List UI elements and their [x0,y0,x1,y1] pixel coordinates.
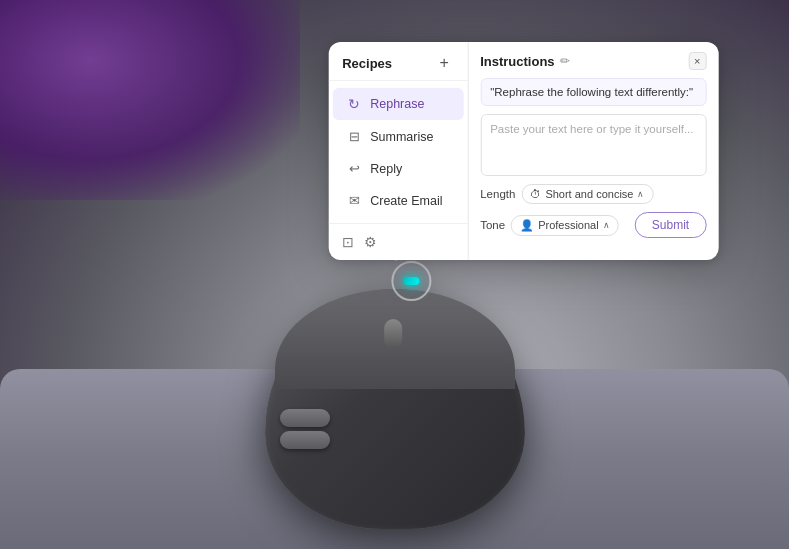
edit-icon[interactable]: ✏ [560,54,570,68]
purple-gradient [0,0,300,200]
mouse-side-buttons [280,409,330,449]
tone-label: Tone [480,219,505,231]
side-button-1 [280,409,330,427]
instruction-quote: "Rephrase the following text differently… [480,78,706,106]
led-dot [403,277,419,285]
gear-icon[interactable]: ⚙ [364,234,377,250]
reply-label: Reply [370,162,402,176]
mouse-top [275,289,515,389]
recipe-item-create-email[interactable]: ✉ Create Email [332,185,463,216]
add-recipe-button[interactable]: + [435,54,453,72]
recipes-header: Recipes + [328,42,467,81]
monitor-icon[interactable]: ⊡ [342,234,354,250]
tone-icon: 👤 [520,219,534,232]
mouse-body [265,289,525,529]
recipes-title: Recipes [342,56,392,71]
length-badge[interactable]: ⏱ Short and concise ∧ [521,184,653,204]
led-circle [391,261,431,301]
bottom-row: Tone 👤 Professional ∧ Submit [480,212,706,238]
close-button[interactable]: × [688,52,706,70]
recipes-footer: ⊡ ⚙ [328,223,467,260]
mouse-scroll-wheel [384,319,402,349]
recipe-item-reply[interactable]: ↩ Reply [332,153,463,184]
recipes-panel: Recipes + ↻ Rephrase ⊟ Summarise ↩ Reply… [328,42,468,260]
recipe-item-rephrase[interactable]: ↻ Rephrase [332,88,463,120]
text-input-placeholder: Paste your text here or type it yourself… [490,123,693,135]
create-email-label: Create Email [370,194,442,208]
length-label: Length [480,188,515,200]
length-value: Short and concise [545,188,633,200]
rephrase-label: Rephrase [370,97,424,111]
tone-value: Professional [538,219,599,231]
summarise-label: Summarise [370,130,433,144]
tone-chevron-icon: ∧ [603,220,610,230]
create-email-icon: ✉ [346,193,362,208]
instructions-title-row: Instructions ✏ [480,54,569,69]
instructions-title: Instructions [480,54,554,69]
side-button-2 [280,431,330,449]
text-input-area[interactable]: Paste your text here or type it yourself… [480,114,706,176]
summarise-icon: ⊟ [346,129,362,144]
tone-badge[interactable]: 👤 Professional ∧ [511,215,619,236]
recipe-item-summarise[interactable]: ⊟ Summarise [332,121,463,152]
recipe-list: ↻ Rephrase ⊟ Summarise ↩ Reply ✉ Create … [328,81,467,223]
rephrase-icon: ↻ [346,96,362,112]
length-chevron-icon: ∧ [637,189,644,199]
submit-button[interactable]: Submit [635,212,706,238]
reply-icon: ↩ [346,161,362,176]
length-icon: ⏱ [530,188,541,200]
popup-window: Recipes + ↻ Rephrase ⊟ Summarise ↩ Reply… [328,42,718,260]
tone-option-row: Tone 👤 Professional ∧ [480,215,618,236]
instructions-header: Instructions ✏ × [480,52,706,70]
instructions-panel: Instructions ✏ × "Rephrase the following… [468,42,718,260]
length-option-row: Length ⏱ Short and concise ∧ [480,184,706,204]
